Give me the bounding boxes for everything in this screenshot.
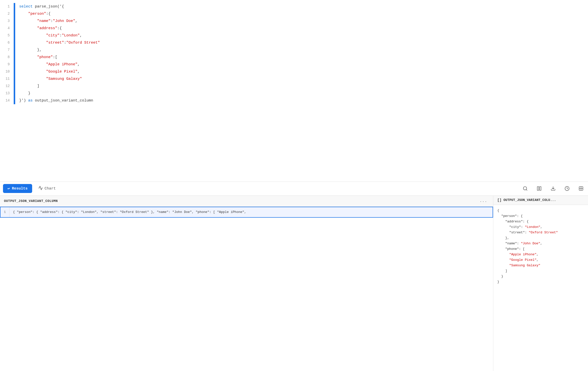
line-number: 5 <box>0 32 14 39</box>
json-line: "name": "John Doe", <box>497 241 584 246</box>
code-line-2: 2 "person":{ <box>0 10 588 17</box>
line-gutter <box>14 97 15 104</box>
line-gutter <box>14 10 15 17</box>
line-content[interactable]: "Samsung Galaxy" <box>19 76 588 83</box>
table-header: OUTPUT_JSON_VARIANT_COLUMN ... <box>0 196 493 207</box>
chart-icon <box>38 186 43 192</box>
code-line-11: 11 "Samsung Galaxy" <box>0 75 588 83</box>
line-gutter <box>14 54 15 61</box>
line-content[interactable]: } <box>19 90 588 97</box>
toolbar-icons <box>521 185 585 192</box>
line-gutter <box>14 90 15 97</box>
results-arrow-icon: ↩ <box>7 186 10 191</box>
table-body: 1{ "person": { "address": { "city": "Lon… <box>0 207 493 371</box>
json-line: "city": "London", <box>497 224 584 230</box>
column-header: OUTPUT_JSON_VARIANT_COLUMN <box>4 199 478 203</box>
json-bracket-icon: [] <box>497 198 502 202</box>
layout-icon[interactable] <box>577 185 585 192</box>
results-tab[interactable]: ↩ Results <box>3 184 32 193</box>
line-content[interactable]: "Google Pixel", <box>19 68 588 75</box>
json-line: "address": { <box>497 219 584 224</box>
line-gutter <box>14 46 15 54</box>
results-bar: ↩ Results Chart <box>0 182 588 196</box>
line-gutter <box>14 75 15 83</box>
code-line-6: 6 "street":"Oxford Street" <box>0 39 588 46</box>
json-panel: [] OUTPUT_JSON_VARIANT_COLU... {"person"… <box>493 196 588 371</box>
line-number: 14 <box>0 97 14 104</box>
json-line: } <box>497 279 584 285</box>
row-cell: { "person": { "address": { "city": "Lond… <box>9 208 493 216</box>
line-content[interactable]: "Apple iPhone", <box>19 61 588 68</box>
json-line: "Google Pixel", <box>497 257 584 263</box>
code-line-3: 3 "name":"John Doe", <box>0 17 588 25</box>
json-content: {"person": {"address": {"city": "London"… <box>493 205 588 371</box>
code-line-1: 1select parse_json('{ <box>0 3 588 10</box>
line-content[interactable]: }') as output_json_variant_column <box>19 97 588 104</box>
code-line-4: 4 "address":{ <box>0 25 588 32</box>
line-number: 11 <box>0 75 14 82</box>
json-panel-title: OUTPUT_JSON_VARIANT_COLU... <box>504 198 556 202</box>
code-line-10: 10 "Google Pixel", <box>0 68 588 75</box>
line-content[interactable]: "street":"Oxford Street" <box>19 39 588 46</box>
code-line-12: 12 ] <box>0 83 588 90</box>
json-line: "Samsung Galaxy" <box>497 263 584 268</box>
download-icon[interactable] <box>549 185 557 192</box>
json-line: "Apple iPhone", <box>497 252 584 257</box>
bottom-panel: OUTPUT_JSON_VARIANT_COLUMN ... 1{ "perso… <box>0 196 588 371</box>
line-number: 8 <box>0 54 14 61</box>
line-gutter <box>14 68 15 75</box>
line-gutter <box>14 83 15 90</box>
line-number: 12 <box>0 83 14 90</box>
line-content[interactable]: "phone":[ <box>19 54 588 61</box>
json-line: "phone": [ <box>497 246 584 252</box>
line-number: 6 <box>0 39 14 46</box>
json-panel-header: [] OUTPUT_JSON_VARIANT_COLU... <box>493 196 588 205</box>
line-content[interactable]: select parse_json('{ <box>19 3 588 10</box>
line-content[interactable]: "name":"John Doe", <box>19 18 588 25</box>
search-icon[interactable] <box>521 185 529 192</box>
line-number: 7 <box>0 46 14 53</box>
line-content[interactable]: "city":"London", <box>19 32 588 39</box>
line-content[interactable]: ] <box>19 83 588 90</box>
line-gutter <box>14 3 15 10</box>
code-line-5: 5 "city":"London", <box>0 32 588 39</box>
line-number: 10 <box>0 68 14 75</box>
line-number: 3 <box>0 17 14 24</box>
results-table-area: OUTPUT_JSON_VARIANT_COLUMN ... 1{ "perso… <box>0 196 493 371</box>
row-number: 1 <box>0 207 9 217</box>
results-tab-label: Results <box>12 186 28 191</box>
svg-rect-3 <box>540 187 541 190</box>
code-line-13: 13 } <box>0 90 588 97</box>
line-gutter <box>14 32 15 39</box>
code-line-7: 7 }, <box>0 46 588 54</box>
more-options-button[interactable]: ... <box>478 198 489 204</box>
code-editor[interactable]: 1select parse_json('{2 "person":{3 "name… <box>0 0 588 182</box>
code-line-8: 8 "phone":[ <box>0 54 588 61</box>
json-line: ] <box>497 268 584 274</box>
code-line-14: 14}') as output_json_variant_column <box>0 97 588 104</box>
json-line: } <box>497 274 584 279</box>
line-content[interactable]: "person":{ <box>19 10 588 17</box>
line-number: 1 <box>0 3 14 10</box>
json-line: { <box>497 208 584 213</box>
line-gutter <box>14 39 15 46</box>
line-number: 4 <box>0 25 14 32</box>
json-line: "street": "Oxford Street" <box>497 230 584 235</box>
line-content[interactable]: "address":{ <box>19 25 588 32</box>
history-icon[interactable] <box>563 185 571 192</box>
line-number: 2 <box>0 10 14 17</box>
line-content[interactable]: }, <box>19 47 588 54</box>
json-line: "person": { <box>497 213 584 219</box>
line-number: 9 <box>0 61 14 68</box>
chart-tab-label: Chart <box>45 186 56 191</box>
code-line-9: 9 "Apple iPhone", <box>0 61 588 68</box>
line-number: 13 <box>0 90 14 97</box>
svg-rect-2 <box>537 187 539 190</box>
svg-line-1 <box>526 189 527 190</box>
table-row[interactable]: 1{ "person": { "address": { "city": "Lon… <box>0 207 493 218</box>
chart-tab[interactable]: Chart <box>34 184 60 194</box>
line-gutter <box>14 17 15 25</box>
json-line: }, <box>497 235 584 241</box>
line-gutter <box>14 61 15 68</box>
columns-icon[interactable] <box>535 185 543 192</box>
